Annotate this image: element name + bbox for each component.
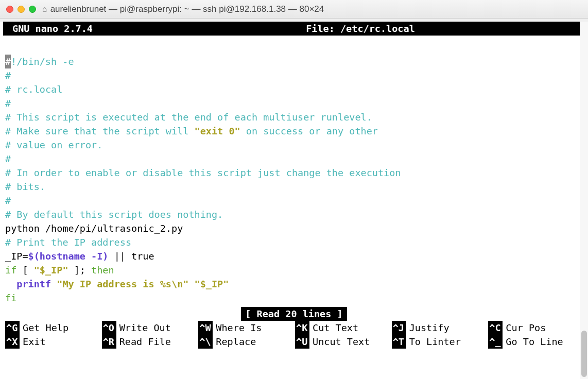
code-line: "exit 0" [195,126,240,136]
code-line: # [5,98,11,109]
shortcut-label: Cur Pos [506,321,546,335]
code-line: python /home/pi/ultrasonic_2.py [5,223,183,234]
shortcut-write-out[interactable]: ^OWrite Out [102,321,197,335]
code-line: || true [109,251,154,262]
shortcut-key: ^X [5,335,20,349]
shortcut-label: Justify [409,321,449,335]
code-line: # [5,153,11,164]
code-line: # bits. [5,181,45,192]
shortcut-replace[interactable]: ^\Replace [198,335,293,349]
shortcut-key: ^C [488,321,503,335]
maximize-window-button[interactable] [29,6,36,13]
shortcut-label: Replace [216,335,256,349]
code-line: then [91,265,114,275]
code-line: # Print the IP address [5,237,131,248]
code-line: # This script is executed at the end of … [5,112,372,123]
shortcut-justify[interactable]: ^JJustify [392,321,487,335]
code-line: printf [16,279,51,289]
shortcut-exit[interactable]: ^XExit [5,335,100,349]
code-line [51,279,57,289]
nano-status-text: [ Read 20 lines ] [241,307,347,321]
shortcut-go-to-line[interactable]: ^_Go To Line [488,335,583,349]
nano-header: GNU nano 2.7.4 File: /etc/rc.local [3,22,585,36]
close-window-button[interactable] [6,6,13,13]
editor-content[interactable]: #!/bin/sh -e # # rc.local # # This scrip… [0,36,588,305]
shortcut-to-linter[interactable]: ^TTo Linter [392,335,487,349]
code-line: # Make sure that the script will [5,126,195,136]
shortcut-cur-pos[interactable]: ^CCur Pos [488,321,583,335]
code-line: _IP= [5,251,28,262]
shortcut-key: ^K [295,321,309,335]
shortcut-read-file[interactable]: ^RRead File [102,335,197,349]
shortcut-label: Cut Text [313,321,358,335]
code-line: # [5,70,11,81]
shortcut-key: ^O [102,321,116,335]
shortcut-uncut-text[interactable]: ^UUncut Text [295,335,390,349]
nano-file-label: File: /etc/rc.local [93,22,582,36]
shortcut-key: ^\ [198,335,213,349]
code-line: [ [16,265,33,275]
code-line: "$_IP" [34,265,68,275]
shortcut-label: Read File [119,335,171,349]
shortcut-get-help[interactable]: ^GGet Help [5,321,100,335]
nano-status-line: [ Read 20 lines ] [0,307,588,321]
code-line: fi [5,292,16,303]
shortcut-cut-text[interactable]: ^KCut Text [295,321,390,335]
cursor: # [5,55,11,68]
shortcut-key: ^W [198,321,213,335]
shortcut-label: Exit [23,335,46,349]
shortcut-label: Get Help [23,321,68,335]
nano-app-name: GNU nano 2.7.4 [6,22,93,36]
shortcut-key: ^R [102,335,116,349]
window-titlebar: ⌂ aurelienbrunet — pi@raspberrypi: ~ — s… [0,0,588,19]
code-line: # In order to enable or disable this scr… [5,167,401,178]
code-line: $(hostname -I) [28,251,109,262]
window-title: aurelienbrunet — pi@raspberrypi: ~ — ssh… [50,4,324,14]
code-line: if [5,265,16,275]
code-line: on success or any other [240,126,378,136]
scrollbar[interactable] [580,22,588,379]
shortcut-key: ^G [5,321,20,335]
shortcut-key: ^U [295,335,309,349]
home-icon: ⌂ [42,4,47,14]
shortcut-label: Go To Line [506,335,563,349]
code-line: !/bin/sh -e [11,56,74,67]
code-line: ]; [68,265,92,275]
shortcut-label: Uncut Text [313,335,370,349]
shortcut-label: Where Is [216,321,262,335]
scrollbar-thumb[interactable] [581,331,587,377]
terminal-area[interactable]: GNU nano 2.7.4 File: /etc/rc.local #!/bi… [0,22,588,379]
shortcut-key: ^J [392,321,406,335]
code-line: # By default this script does nothing. [5,209,223,220]
code-line: # value on error. [5,140,102,150]
shortcut-label: To Linter [409,335,461,349]
code-line: "My IP address is %s\n" "$_IP" [57,279,229,289]
shortcut-key: ^_ [488,335,503,349]
minimize-window-button[interactable] [18,6,25,13]
shortcut-label: Write Out [119,321,171,335]
code-line: # rc.local [5,84,62,95]
shortcut-key: ^T [392,335,406,349]
code-line [5,279,16,289]
nano-shortcuts: ^GGet Help ^OWrite Out ^WWhere Is ^KCut … [0,321,588,349]
code-line: # [5,195,11,206]
traffic-lights [6,6,36,13]
shortcut-where-is[interactable]: ^WWhere Is [198,321,293,335]
